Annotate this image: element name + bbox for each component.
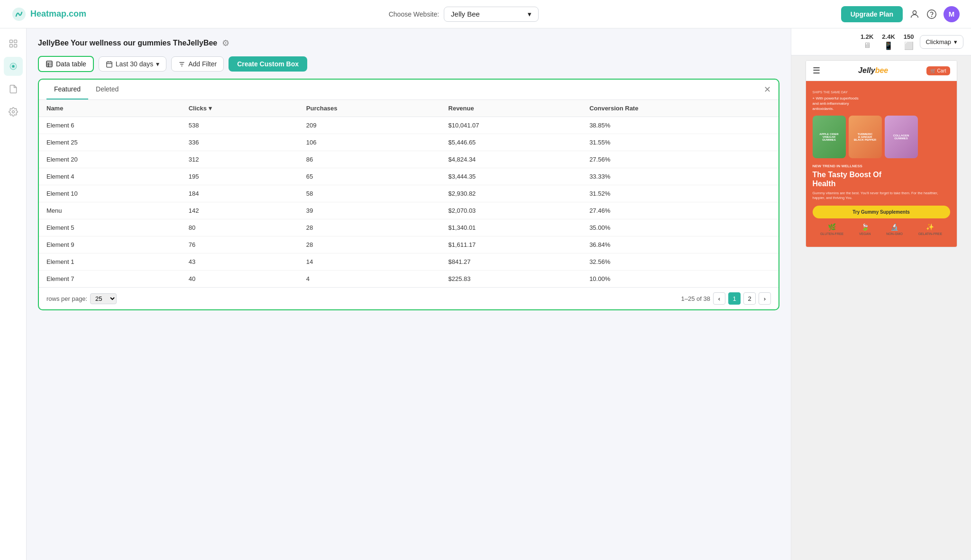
data-table-button[interactable]: Data table <box>38 56 94 72</box>
user-avatar[interactable]: M <box>944 6 960 22</box>
next-page-button[interactable]: › <box>759 292 771 305</box>
mobile-icon[interactable]: 📱 <box>884 41 893 50</box>
rows-per-page-label: rows per page: <box>46 295 87 302</box>
cell-conversion-rate: 27.46% <box>582 202 779 219</box>
preview-header: 1.2K 🖥 2.4K 📱 150 ⬜ Clickmap ▾ <box>791 28 971 55</box>
cell-revenue: $1,611.17 <box>441 236 582 253</box>
svg-point-3 <box>932 16 932 17</box>
data-table: Name Clicks ▾ Purchases Revenue Conversi… <box>39 100 779 287</box>
tab-deleted[interactable]: Deleted <box>88 80 126 99</box>
create-custom-box-button[interactable]: Create Custom Box <box>229 56 307 72</box>
cell-clicks: 80 <box>181 219 299 236</box>
table-row[interactable]: Element 9 76 28 $1,611.17 36.84% <box>39 236 779 253</box>
cell-clicks: 312 <box>181 151 299 168</box>
table-row[interactable]: Element 20 312 86 $4,824.34 27.56% <box>39 151 779 168</box>
rows-per-page-select[interactable]: 25 50 100 <box>90 293 117 304</box>
table-row[interactable]: Element 10 184 58 $2,930.82 31.52% <box>39 185 779 202</box>
col-clicks[interactable]: Clicks ▾ <box>181 100 299 117</box>
sidebar-item-pages[interactable] <box>4 80 23 99</box>
website-dropdown[interactable]: Jelly Bee ▾ <box>444 7 539 22</box>
cell-purchases: 28 <box>299 219 441 236</box>
sidebar <box>0 28 27 560</box>
clickmap-dropdown[interactable]: Clickmap ▾ <box>920 35 963 49</box>
add-filter-button[interactable]: Add Filter <box>171 56 224 72</box>
cell-name: Element 4 <box>39 168 181 185</box>
svg-rect-7 <box>14 45 17 47</box>
cell-revenue: $3,444.35 <box>441 168 582 185</box>
cell-clicks: 538 <box>181 117 299 134</box>
cell-conversion-rate: 32.56% <box>582 253 779 271</box>
heatmap-logo-icon <box>11 7 27 22</box>
svg-point-11 <box>12 111 14 113</box>
table-row[interactable]: Menu 142 39 $2,070.03 27.46% <box>39 202 779 219</box>
cell-conversion-rate: 36.84% <box>582 236 779 253</box>
product-bottles: APPLE CIDERVINEGARGUMMIES TURMERIC& GING… <box>813 116 950 158</box>
page-settings-icon[interactable]: ⚙ <box>222 38 229 48</box>
page-number-1[interactable]: 1 <box>728 292 741 305</box>
cell-revenue: $2,930.82 <box>441 185 582 202</box>
page-info: 1–25 of 38 <box>681 295 710 302</box>
bottle-apple: APPLE CIDERVINEGARGUMMIES <box>813 116 846 158</box>
sidebar-item-grid[interactable] <box>4 34 23 53</box>
superfoods-text: + With powerful superfoodsand anti-infla… <box>813 96 950 112</box>
hamburger-icon[interactable]: ☰ <box>813 65 820 76</box>
table-row[interactable]: Element 25 336 106 $5,446.65 31.55% <box>39 134 779 151</box>
rows-per-page: rows per page: 25 50 100 <box>46 293 117 304</box>
tablet-count: 150 ⬜ <box>904 33 914 50</box>
cell-revenue: $1,340.01 <box>441 219 582 236</box>
calendar-icon <box>106 61 113 68</box>
cell-name: Element 9 <box>39 236 181 253</box>
svg-rect-5 <box>14 40 17 43</box>
desktop-count: 1.2K 🖥 <box>861 33 873 50</box>
cell-name: Menu <box>39 202 181 219</box>
close-table-button[interactable]: ✕ <box>764 84 771 95</box>
cell-clicks: 76 <box>181 236 299 253</box>
cell-revenue: $4,824.34 <box>441 151 582 168</box>
table-row[interactable]: Element 6 538 209 $10,041.07 38.85% <box>39 117 779 134</box>
table-row[interactable]: Element 4 195 65 $3,444.35 33.33% <box>39 168 779 185</box>
hero-heading: The Tasty Boost OfHealth <box>813 170 950 188</box>
col-revenue: Revenue <box>441 100 582 117</box>
cell-name: Element 20 <box>39 151 181 168</box>
hero-description: Gummy vitamins are the best. You'll neve… <box>813 191 950 201</box>
cell-conversion-rate: 27.56% <box>582 151 779 168</box>
cell-clicks: 43 <box>181 253 299 271</box>
cell-revenue: $2,070.03 <box>441 202 582 219</box>
cell-name: Element 1 <box>39 253 181 271</box>
sidebar-item-heatmap[interactable] <box>4 57 23 76</box>
sidebar-item-settings[interactable] <box>4 102 23 121</box>
cell-purchases: 58 <box>299 185 441 202</box>
cell-purchases: 65 <box>299 168 441 185</box>
website-selector: Choose Website: Jelly Bee ▾ <box>389 7 539 22</box>
cell-purchases: 4 <box>299 271 441 288</box>
feature-gelatin-free: ✨ GELATIN-FREE <box>918 223 942 235</box>
desktop-icon[interactable]: 🖥 <box>863 41 871 50</box>
tab-featured[interactable]: Featured <box>46 80 88 99</box>
cell-conversion-rate: 38.85% <box>582 117 779 134</box>
profile-icon[interactable] <box>909 9 920 19</box>
cell-clicks: 142 <box>181 202 299 219</box>
table-row[interactable]: Element 1 43 14 $841.27 32.56% <box>39 253 779 271</box>
col-name: Name <box>39 100 181 117</box>
mockup-logo: Jellybee <box>858 66 888 75</box>
date-filter-button[interactable]: Last 30 days ▾ <box>99 56 166 72</box>
page-number-2[interactable]: 2 <box>743 292 756 305</box>
upgrade-plan-button[interactable]: Upgrade Plan <box>841 6 903 22</box>
tablet-icon[interactable]: ⬜ <box>904 41 914 50</box>
cart-button[interactable]: 🛒 Cart <box>926 66 950 75</box>
chevron-down-icon: ▾ <box>954 38 957 45</box>
cell-revenue: $225.83 <box>441 271 582 288</box>
cta-button[interactable]: Try Gummy Supplements <box>813 206 950 218</box>
cell-revenue: $5,446.65 <box>441 134 582 151</box>
svg-point-1 <box>913 10 916 14</box>
logo-text: Heatmap.com <box>30 9 86 19</box>
svg-rect-6 <box>9 45 12 47</box>
page-title: JellyBee Your wellness our gummies TheJe… <box>38 39 217 47</box>
tablet-count-num: 150 <box>904 33 914 40</box>
table-row[interactable]: Element 7 40 4 $225.83 10.00% <box>39 271 779 288</box>
prev-page-button[interactable]: ‹ <box>713 292 725 305</box>
feature-icons: 🌿 GLUTEN-FREE 🍃 VEGAN 🔬 NON-GMO ✨ <box>813 218 950 240</box>
help-icon[interactable] <box>926 9 937 19</box>
cell-purchases: 106 <box>299 134 441 151</box>
table-row[interactable]: Element 5 80 28 $1,340.01 35.00% <box>39 219 779 236</box>
